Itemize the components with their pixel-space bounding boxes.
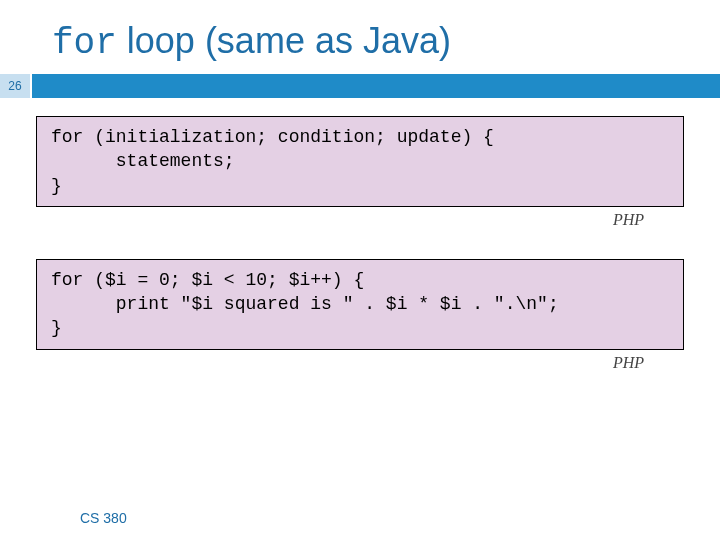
code1-lang-label: PHP	[36, 211, 644, 229]
code1-line1: for (initialization; condition; update) …	[51, 127, 494, 147]
code2-line2: print "$i squared is " . $i * $i . ".\n"…	[51, 294, 559, 314]
code1-line3: }	[51, 176, 62, 196]
code2-lang-label: PHP	[36, 354, 644, 372]
codebox-2-wrap: for ($i = 0; $i < 10; $i++) { print "$i …	[36, 259, 684, 372]
footer-course: CS 380	[80, 510, 127, 526]
codebox-2: for ($i = 0; $i < 10; $i++) { print "$i …	[36, 259, 684, 350]
code2-line1: for ($i = 0; $i < 10; $i++) {	[51, 270, 364, 290]
codebox-1-wrap: for (initialization; condition; update) …	[36, 116, 684, 229]
blue-bar-fill	[32, 74, 720, 98]
title-mono: for	[52, 23, 117, 64]
slide-number: 26	[0, 74, 32, 98]
title-rest: loop (same as Java)	[117, 20, 451, 61]
code1-line2: statements;	[51, 151, 235, 171]
code2-line3: }	[51, 318, 62, 338]
blue-bar: 26	[0, 74, 720, 98]
slide-title: for loop (same as Java)	[52, 20, 720, 64]
slide: for loop (same as Java) 26 for (initiali…	[0, 20, 720, 540]
codebox-1: for (initialization; condition; update) …	[36, 116, 684, 207]
